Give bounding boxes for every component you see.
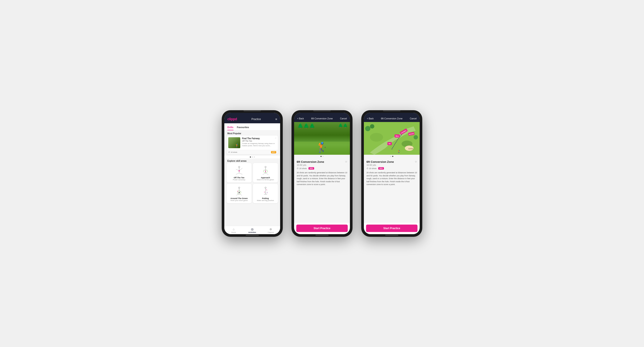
dot-2: [252, 156, 253, 158]
ott-desc: Power accuracy: [233, 179, 245, 181]
drill-title-3: 6ft Conversion Zone ☆: [366, 160, 417, 163]
svg-text:Hit: Hit: [388, 143, 391, 144]
phone-1: clippd Practice ≡ Drills Favourites Most…: [222, 110, 283, 237]
svg-point-34: [365, 126, 370, 131]
tab-favourites[interactable]: Favourites: [237, 125, 249, 130]
svg-point-20: [238, 194, 238, 194]
approach-icon: [260, 165, 271, 176]
back-button-2[interactable]: < Back: [297, 117, 304, 120]
putting-name: Putting: [262, 197, 269, 199]
main-content: Most Popular Find The Fairway Off The Te…: [224, 131, 280, 226]
favorite-icon-2[interactable]: ☆: [345, 160, 347, 163]
screen-1: clippd Practice ≡ Drills Favourites Most…: [224, 113, 280, 234]
start-practice-button-2[interactable]: Start Practice: [296, 225, 348, 232]
start-practice-button-3[interactable]: Start Practice: [366, 225, 418, 232]
drill-range-2: 10-50 yds: [297, 164, 347, 166]
svg-line-13: [266, 173, 268, 175]
svg-point-10: [265, 171, 266, 172]
shots-label-3: ⏱ 20 shots: [366, 167, 376, 170]
app-logo: clippd: [228, 117, 237, 121]
svg-text:Miss: Miss: [396, 135, 399, 137]
cancel-button-2[interactable]: Cancel: [340, 117, 347, 120]
ott-badge: OTT: [271, 151, 276, 153]
svg-point-17: [238, 192, 240, 193]
dot-p3-2: [392, 156, 393, 157]
home-label: Home: [231, 231, 236, 233]
svg-point-36: [414, 135, 418, 139]
skill-card-approach[interactable]: Approach Dial-in to hit the green: [253, 163, 278, 182]
golf-photo: 🌲🌲🌲 🌲🌲 🏌️: [294, 122, 350, 155]
drill-header-title-3: 6ft Conversion Zone: [381, 117, 402, 120]
clock-icon: ⏱: [228, 151, 230, 153]
atg-desc: Hone your short game: [230, 199, 248, 201]
featured-drill-card[interactable]: Find The Fairway Off The Tee Create an i…: [226, 136, 278, 154]
svg-point-23: [265, 187, 266, 188]
activities-icon: ◎: [251, 227, 254, 231]
drill-image-3: SAND Miss Hit: [364, 122, 420, 155]
menu-icon[interactable]: ≡: [275, 117, 277, 121]
card-inner: Find The Fairway Off The Tee Create an i…: [226, 136, 278, 150]
nav-activities[interactable]: ◎ Activities: [243, 227, 262, 233]
svg-line-22: [239, 194, 242, 195]
image-dots-3: [364, 155, 420, 158]
dot-1: [250, 156, 251, 158]
svg-line-2: [236, 169, 239, 171]
skill-card-atg[interactable]: Around The Green Hone your short game: [226, 184, 252, 203]
dot-p2-2: [322, 156, 324, 157]
svg-point-7: [265, 166, 266, 168]
approach-name: Approach: [261, 177, 270, 179]
svg-line-6: [239, 173, 242, 174]
drill-description-3: 20 shots are randomly generated at dista…: [366, 171, 417, 186]
drill-meta-2: ⏱ 20 shots ARG: [297, 167, 347, 170]
svg-point-0: [238, 166, 240, 168]
drill-title-2: 6ft Conversion Zone ☆: [297, 160, 347, 163]
skill-card-ott[interactable]: Off The Tee Power accuracy: [226, 163, 252, 182]
drill-header-2: < Back 6ft Conversion Zone Cancel: [294, 113, 350, 122]
card-subtitle: Off The Tee: [242, 140, 276, 142]
notch: [244, 110, 261, 112]
dot-p3-1: [390, 156, 391, 157]
skill-card-putting[interactable]: Putting Make and lag practice: [253, 184, 278, 203]
putting-desc: Make and lag practice: [257, 199, 274, 201]
dot-p2-1: [320, 156, 322, 157]
home-indicator-2: [316, 235, 328, 235]
screen-3: < Back 6ft Conversion Zone Cancel SAND: [364, 113, 420, 234]
drill-content-3: 6ft Conversion Zone ☆ 10-50 yds ⏱ 20 sho…: [364, 158, 420, 223]
home-indicator-3: [385, 235, 398, 235]
back-button-3[interactable]: < Back: [367, 117, 374, 120]
svg-point-35: [370, 124, 374, 129]
drill-content-2: 6ft Conversion Zone ☆ 10-50 yds ⏱ 20 sho…: [294, 158, 350, 223]
header-title: Practice: [251, 118, 261, 121]
nav-capture[interactable]: ⊕ Capture: [262, 227, 280, 233]
screen-2: < Back 6ft Conversion Zone Cancel 🌲🌲🌲 🌲🌲…: [294, 113, 350, 234]
capture-label: Capture: [268, 231, 274, 233]
capture-icon: ⊕: [270, 227, 272, 231]
svg-text:🏌️: 🏌️: [397, 150, 401, 153]
svg-line-21: [236, 194, 239, 195]
favorite-icon-3[interactable]: ☆: [415, 160, 417, 163]
svg-point-18: [237, 191, 238, 192]
explore-label: Explore skill areas: [224, 158, 280, 163]
ott-name: Off The Tee: [234, 177, 244, 179]
notch-2: [313, 110, 331, 112]
svg-line-12: [263, 173, 266, 175]
golf-image: [228, 137, 240, 148]
drill-range-3: 10-50 yds: [366, 164, 417, 166]
card-footer: ⏱ 10 shots OTT: [226, 150, 278, 154]
nav-home[interactable]: ⌂ Home: [224, 227, 243, 233]
phone-2: < Back 6ft Conversion Zone Cancel 🌲🌲🌲 🌲🌲…: [292, 110, 352, 237]
shots-label-2: ⏱ 20 shots: [297, 167, 307, 170]
favorite-icon[interactable]: ☆: [275, 137, 277, 139]
card-title: Find The Fairway: [242, 137, 276, 140]
most-popular-label: Most Popular: [224, 131, 280, 136]
activities-label: Activities: [248, 231, 256, 233]
svg-point-19: [240, 191, 241, 192]
arg-badge-2: ARG: [308, 167, 314, 170]
cancel-button-3[interactable]: Cancel: [410, 117, 416, 120]
tabs-bar: Drills Favourites: [224, 123, 280, 131]
drill-image-2: 🌲🌲🌲 🌲🌲 🏌️: [294, 122, 350, 155]
phone-3: < Back 6ft Conversion Zone Cancel SAND: [361, 110, 422, 237]
atg-name: Around The Green: [230, 197, 248, 199]
tab-drills[interactable]: Drills: [228, 125, 234, 130]
image-dots-2: [294, 155, 350, 158]
